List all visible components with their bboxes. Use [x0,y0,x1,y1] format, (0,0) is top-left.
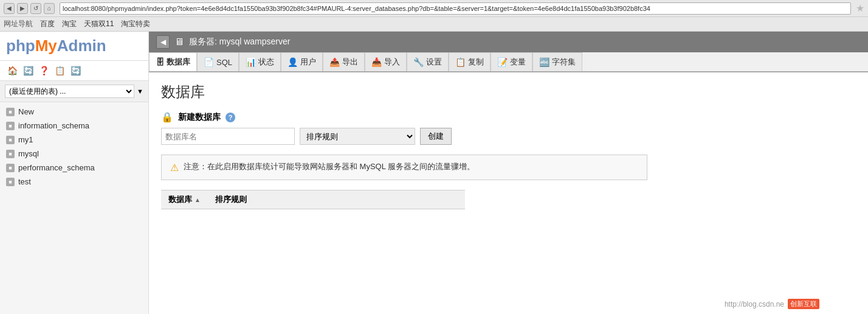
logo-admin: Admin [57,37,106,55]
sidebar-item-my1[interactable]: ■ my1 [0,133,148,147]
status-tab-icon: 📊 [246,57,256,67]
db-icon-performance-schema: ■ [6,164,15,172]
db-icon-new: ■ [6,108,15,116]
table-select-wrapper: (最近使用的表) ... ▼ [0,81,148,102]
tab-databases[interactable]: 🗄 数据库 [149,52,197,72]
sql-tab-icon: 📄 [204,57,214,67]
collation-select[interactable]: 排序规则 utf8_general_ci utf8mb4_unicode_ci … [300,128,415,145]
tab-sql-label: SQL [216,58,232,67]
col-collation[interactable]: 排序规则 [208,190,254,209]
db-name-input[interactable] [161,128,295,145]
warning-text: 注意：在此启用数据库统计可能导致网站服务器和 MySQL 服务器之间的流量骤增。 [184,161,475,172]
copy-icon[interactable]: 📋 [53,65,66,77]
tab-users-label: 用户 [300,57,316,68]
databases-tab-icon: 🗄 [156,57,164,67]
db-icon-my1: ■ [6,136,15,144]
table-select[interactable]: (最近使用的表) ... [5,85,134,98]
home-button[interactable]: ⌂ [44,3,55,14]
watermark: http://blog.csdn.ne 创新互联 [725,299,819,309]
tab-import[interactable]: 📥 导入 [365,52,407,71]
users-tab-icon: 👤 [288,57,298,67]
refresh-button[interactable]: ↺ [30,3,41,14]
tab-settings-label: 设置 [426,57,442,68]
bookmark-tmall[interactable]: 天猫双11 [84,19,114,29]
db-icon-test: ■ [6,178,15,186]
sidebar: phpMyAdmin 🏠 🔄 ❓ 📋 🔄 (最近使用的表) ... ▼ ■ Ne… [0,32,149,314]
browser-nav-buttons: ◀ ▶ ↺ ⌂ [4,3,55,14]
page-title: 数据库 [161,82,856,102]
browser-bar: ◀ ▶ ↺ ⌂ localhost:8080/phpmyadmin/index.… [0,0,868,17]
new-db-section: 🔒 新建数据库 ? 排序规则 utf8_general_ci utf8mb4_u… [161,111,856,145]
settings-tab-icon: 🔧 [413,57,424,67]
content-area: ◀ 🖥 服务器: mysql wampserver 🗄 数据库 📄 SQL 📊 … [149,32,868,314]
variables-tab-icon: 📝 [497,57,508,67]
col-databases-label: 数据库 [168,194,192,205]
bookmark-taobao[interactable]: 淘宝 [62,19,77,29]
import-tab-icon: 📥 [371,57,382,67]
warning-triangle-icon: ⚠ [170,162,179,173]
tab-settings[interactable]: 🔧 设置 [407,52,449,71]
logo-php: php [6,37,35,55]
db-name-test: test [18,177,31,186]
help-question-icon[interactable]: ? [226,113,235,122]
table-select-label: ▼ [137,88,143,95]
sidebar-item-new[interactable]: ■ New [0,105,148,119]
back-arrow-btn[interactable]: ◀ [156,35,170,49]
back-button[interactable]: ◀ [4,3,15,14]
create-db-button[interactable]: 创建 [420,128,452,145]
sidebar-item-information-schema[interactable]: ■ information_schema [0,119,148,133]
bookmark-baidu[interactable]: 百度 [40,19,55,29]
watermark-logo: 创新互联 [788,299,819,309]
sidebar-item-test[interactable]: ■ test [0,175,148,189]
page-content: 数据库 🔒 新建数据库 ? 排序规则 utf8_general_ci utf8m… [149,72,868,314]
lock-icon: 🔒 [161,111,173,123]
sort-databases-icon: ▲ [195,197,201,203]
create-db-form: 排序规则 utf8_general_ci utf8mb4_unicode_ci … [161,128,856,145]
col-collation-label: 排序规则 [215,194,247,205]
tab-bar: 🗄 数据库 📄 SQL 📊 状态 👤 用户 📤 导出 📥 导入 [149,52,868,72]
export-tab-icon: 📤 [329,57,340,67]
db-name-information-schema: information_schema [18,121,89,130]
db-icon-information-schema: ■ [6,122,15,130]
tab-variables-label: 变量 [510,57,526,68]
sidebar-item-performance-schema[interactable]: ■ performance_schema [0,161,148,175]
sidebar-item-mysql[interactable]: ■ mysql [0,147,148,161]
replication-tab-icon: 📋 [455,57,466,67]
bookmark-star[interactable]: ★ [856,2,864,14]
db-icon-mysql: ■ [6,150,15,158]
tab-sql[interactable]: 📄 SQL [197,52,239,71]
bookmark-taobao-special[interactable]: 淘宝特卖 [121,19,150,29]
pma-logo-text: phpMyAdmin [6,37,106,55]
db-name-my1: my1 [18,135,33,144]
tab-databases-label: 数据库 [167,57,190,68]
help-icon[interactable]: ❓ [38,65,50,77]
tab-status-label: 状态 [258,57,274,68]
forward-button[interactable]: ▶ [17,3,28,14]
db-name-mysql: mysql [18,149,39,158]
tab-users[interactable]: 👤 用户 [281,52,323,71]
server-title: 服务器: mysql wampserver [189,37,290,47]
home-icon[interactable]: 🏠 [6,65,18,77]
db-name-performance-schema: performance_schema [18,163,95,172]
reload-icon[interactable]: 🔄 [69,65,81,77]
url-text: localhost:8080/phpmyadmin/index.php?toke… [63,5,650,12]
tab-charset-label: 字符集 [552,57,576,68]
new-db-section-header: 🔒 新建数据库 ? [161,111,856,123]
bookmarks-label: 网址导航 [4,19,33,29]
tab-status[interactable]: 📊 状态 [239,52,281,71]
tab-charset[interactable]: 🔤 字符集 [532,52,582,71]
server-header: ◀ 🖥 服务器: mysql wampserver [149,32,868,52]
refresh-icon[interactable]: 🔄 [22,65,34,77]
charset-tab-icon: 🔤 [539,57,549,67]
url-bar[interactable]: localhost:8080/phpmyadmin/index.php?toke… [60,2,851,15]
tab-export[interactable]: 📤 导出 [323,52,365,71]
col-databases[interactable]: 数据库 ▲ [161,190,208,209]
tab-export-label: 导出 [342,57,358,68]
sidebar-icons: 🏠 🔄 ❓ 📋 🔄 [0,61,148,81]
server-icon: 🖥 [174,37,184,47]
sidebar-db-list: ■ New ■ information_schema ■ my1 ■ mysql… [0,102,148,191]
logo-my: My [35,37,57,55]
tab-replication[interactable]: 📋 复制 [449,52,491,71]
pma-logo: phpMyAdmin [0,32,148,61]
tab-variables[interactable]: 📝 变量 [491,52,532,71]
